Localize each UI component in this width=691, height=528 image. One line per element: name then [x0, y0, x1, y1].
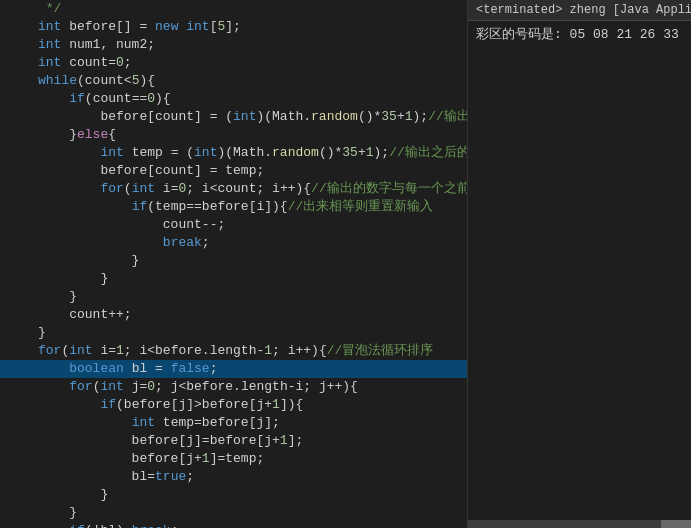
code-line: }else{ [0, 126, 467, 144]
code-line: int count=0; [0, 54, 467, 72]
code-line: } [0, 324, 467, 342]
code-line: int before[] = new int[5]; [0, 18, 467, 36]
code-line: for(int j=0; j<before.length-i; j++){ [0, 378, 467, 396]
code-line: while(count<5){ [0, 72, 467, 90]
code-line: int temp = (int)(Math.random()*35+1);//输… [0, 144, 467, 162]
output-header: <terminated> zheng [Java Applicat [468, 0, 691, 21]
output-scrollbar[interactable] [468, 520, 691, 528]
code-line: if(temp==before[i]){//出来相等则重置新输入 [0, 198, 467, 216]
code-line: before[j]=before[j+1]; [0, 432, 467, 450]
code-line: for(int i=1; i<before.length-1; i++){//冒… [0, 342, 467, 360]
code-line: */ [0, 0, 467, 18]
code-line: before[j+1]=temp; [0, 450, 467, 468]
code-line: bl=true; [0, 468, 467, 486]
code-line: } [0, 252, 467, 270]
code-line: count--; [0, 216, 467, 234]
scrollbar-thumb[interactable] [661, 520, 691, 528]
code-line: } [0, 288, 467, 306]
code-line: } [0, 504, 467, 522]
code-line: if(!bl) break; [0, 522, 467, 528]
code-line: before[count] = temp; [0, 162, 467, 180]
code-line: before[count] = (int)(Math.random()*35+1… [0, 108, 467, 126]
highlighted-line: boolean bl = false; [0, 360, 467, 378]
code-line: count++; [0, 306, 467, 324]
code-line: if(before[j]>before[j+1]){ [0, 396, 467, 414]
code-line: if(count==0){ [0, 90, 467, 108]
code-line: for(int i=0; i<count; i++){//输出的数字与每一个之前… [0, 180, 467, 198]
editor-pane[interactable]: */ int before[] = new int[5]; int num1, … [0, 0, 468, 528]
code-line: break; [0, 234, 467, 252]
code-line: } [0, 270, 467, 288]
code-line: } [0, 486, 467, 504]
code-line: int temp=before[j]; [0, 414, 467, 432]
output-content: 彩区的号码是: 05 08 21 26 33 [468, 21, 691, 275]
code-line: int num1, num2; [0, 36, 467, 54]
output-pane: <terminated> zheng [Java Applicat 彩区的号码是… [468, 0, 691, 528]
